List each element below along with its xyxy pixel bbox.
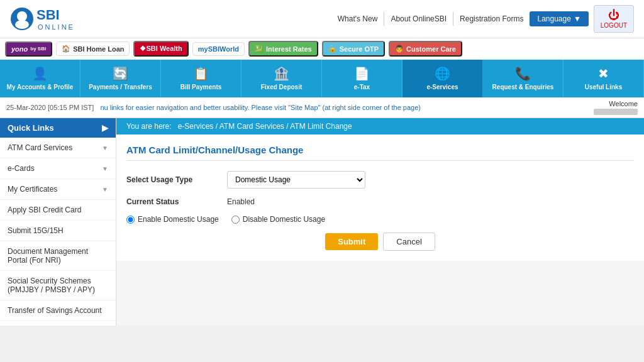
header: SBI ONLINE What's New About OnlineSBI Re… [0,0,644,38]
sidebar-item-my-certificates[interactable]: My Certificates ▼ [0,179,116,200]
nav-eservices[interactable]: 🌐 e-Services [402,60,483,97]
registration-link[interactable]: Registration Forms [453,12,530,26]
nav-my-accounts[interactable]: 👤 My Accounts & Profile [0,60,80,97]
current-status-value: Enabled [227,197,255,206]
form-title: ATM Card Limit/Channel/Usage Change [126,145,634,161]
sidebar-item-atm-card-services[interactable]: ATM Card Services ▼ [0,138,116,158]
info-bar: 25-Mar-2020 [05:15 PM IST] nu links for … [0,97,644,118]
enable-label-text: Enable Domestic Usage [138,215,219,224]
disable-label-text: Disable Domestic Usage [243,215,325,224]
useful-links-icon: ✖ [598,66,609,81]
logo-area: SBI ONLINE [10,7,75,31]
sidebar-item-ecards[interactable]: e-Cards ▼ [0,158,116,179]
nav-my-accounts-label: My Accounts & Profile [7,84,74,91]
otp-icon: 🔒 [328,45,337,53]
yono-button[interactable]: yono by SBI [5,41,52,57]
logout-button[interactable]: ⏻ LOGOUT [594,5,634,33]
quick-links-title: Quick Links [8,123,54,133]
otp-label: Secure OTP [340,45,379,53]
sidebar-item-transfer-savings[interactable]: Transfer of Savings Account [0,300,116,321]
request-icon: 📞 [515,66,531,81]
radio-disable[interactable] [231,216,240,224]
my-certificates-label: My Certificates [8,185,57,194]
breadcrumb: You are here: e-Services / ATM Card Serv… [116,118,644,134]
online-brand-text: ONLINE [38,23,75,31]
breadcrumb-eservices[interactable]: e-Services [178,122,214,131]
nav-etax-label: e-Tax [354,84,370,91]
arrow-icon-1: ▼ [102,165,108,172]
interest-rates-button[interactable]: 💹 Interest Rates [248,41,318,57]
nav-payments[interactable]: 🔄 Payments / Transfers [80,60,161,97]
eservices-icon: 🌐 [435,66,450,81]
etax-icon: 📄 [354,66,370,81]
nav-fixed-deposit[interactable]: 🏦 Fixed Deposit [242,60,322,97]
usage-type-select[interactable]: Domestic Usage International Usage [227,171,365,189]
nav-useful-links[interactable]: ✖ Useful Links [564,60,644,97]
date-time: 25-Mar-2020 [05:15 PM IST] [6,104,94,111]
radio-enable[interactable] [126,216,135,224]
apply-credit-card-label: Apply SBI Credit Card [8,206,81,214]
sidebar-header: Quick Links ▶ [0,118,116,138]
care-label: Customer Care [406,45,456,53]
logout-icon: ⏻ [608,9,619,22]
language-button[interactable]: Language ▼ [530,11,588,26]
ecards-label: e-Cards [8,164,35,173]
sidebar-item-doc-management[interactable]: Document Management Portal (For NRI) [0,241,116,271]
nav-request[interactable]: 📞 Request & Enquiries [483,60,564,97]
interest-icon: 💹 [255,45,264,53]
radio-enable-label[interactable]: Enable Domestic Usage [126,215,219,224]
sbiworld-label: mySBIWorld [198,45,239,53]
nav-request-label: Request & Enquiries [492,84,554,91]
wealth-label: ❖SBI Wealth [140,45,182,53]
sidebar-item-apply-credit-card[interactable]: Apply SBI Credit Card [0,200,116,221]
secure-otp-button[interactable]: 🔒 Secure OTP [322,41,385,57]
submit-button[interactable]: Submit [325,233,378,250]
payments-icon: 🔄 [113,66,128,81]
customer-care-button[interactable]: 👨 Customer Care [389,41,462,57]
sidebar-expand-icon: ▶ [102,123,108,133]
service-bar: yono by SBI 🏠 SBI Home Loan ❖SBI Wealth … [0,38,644,60]
interest-label: Interest Rates [266,45,312,53]
nav-bill-payments[interactable]: 📋 Bill Payments [161,60,242,97]
about-link[interactable]: About OnlineSBI [384,12,453,26]
home-loan-label: SBI Home Loan [73,45,124,53]
radio-options-row: Enable Domestic Usage Disable Domestic U… [126,215,634,224]
my-accounts-icon: 👤 [32,66,48,81]
user-name [594,109,638,115]
welcome-label: Welcome [594,100,638,107]
nav-fixed-deposit-label: Fixed Deposit [261,84,303,91]
arrow-icon-0: ▼ [102,145,108,151]
home-loan-button[interactable]: 🏠 SBI Home Loan [56,41,130,56]
transfer-savings-label: Transfer of Savings Account [8,306,102,315]
radio-disable-label[interactable]: Disable Domestic Usage [231,215,325,224]
content-wrapper: Quick Links ▶ ATM Card Services ▼ e-Card… [0,118,644,326]
sbi-brand-text: SBI [36,7,75,23]
yono-label: yono [11,45,28,53]
wealth-button[interactable]: ❖SBI Wealth [133,41,188,57]
sidebar: Quick Links ▶ ATM Card Services ▼ e-Card… [0,118,116,326]
sidebar-item-social-security[interactable]: Social Security Schemes (PMJJBY / PMSBY … [0,271,116,300]
whats-new-link[interactable]: What's New [331,12,385,26]
home-icon: 🏠 [62,45,70,53]
sbiworld-button[interactable]: mySBIWorld [192,42,245,56]
nav-useful-links-label: Useful Links [585,84,622,91]
svg-point-1 [17,11,27,21]
cancel-button[interactable]: Cancel [383,233,435,251]
marquee-text: nu links for easier navigation and bette… [100,104,587,111]
arrow-icon-2: ▼ [102,186,108,193]
button-row: Submit Cancel [126,233,634,251]
breadcrumb-atm-card[interactable]: ATM Card Services [219,122,284,131]
atm-card-services-label: ATM Card Services [8,143,72,152]
main-nav: 👤 My Accounts & Profile 🔄 Payments / Tra… [0,60,644,97]
current-status-label: Current Status [126,197,227,206]
select-usage-row: Select Usage Type Domestic Usage Interna… [126,171,634,189]
breadcrumb-home: You are here: [126,122,172,131]
yono-sub: by SBI [30,46,46,52]
nav-eservices-label: e-Services [426,84,458,91]
sbi-logo: SBI ONLINE [10,7,75,31]
bill-payments-icon: 📋 [193,66,209,81]
sidebar-item-submit-15g15h[interactable]: Submit 15G/15H [0,221,116,241]
submit-15g15h-label: Submit 15G/15H [8,226,64,235]
nav-etax[interactable]: 📄 e-Tax [322,60,402,97]
form-container: ATM Card Limit/Channel/Usage Change Sele… [116,134,644,261]
